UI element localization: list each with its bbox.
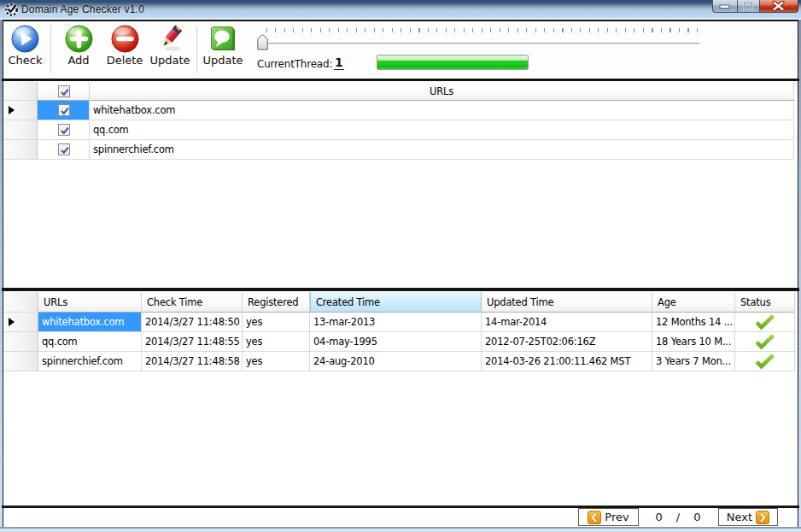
next-button[interactable]: Next <box>718 508 778 526</box>
lower-grid-cell-check-time[interactable]: 2014/3/27 11:48:55 <box>142 332 243 352</box>
lower-grid-cell-updated-time[interactable]: 14-mar-2014 <box>482 313 652 332</box>
progress-bar <box>377 55 529 70</box>
delete-button-label: Delete <box>102 54 148 67</box>
lower-grid-row-header[interactable] <box>3 352 38 371</box>
upper-grid-url-cell[interactable]: whitehatbox.com <box>90 101 794 120</box>
window-frame-left <box>0 20 3 527</box>
maximize-button[interactable] <box>738 0 760 13</box>
progress-bar-fill <box>377 56 528 69</box>
app-logo-icon <box>4 3 19 17</box>
lower-grid-row-header[interactable] <box>3 332 38 352</box>
add-button[interactable]: Add <box>56 23 101 76</box>
lower-grid-cell-age[interactable]: 12 Months 14 ... <box>652 313 735 332</box>
slider-thumb[interactable] <box>257 34 268 50</box>
status-check-icon <box>754 314 776 330</box>
upper-grid-row-header[interactable] <box>3 140 38 160</box>
close-button[interactable] <box>760 0 798 13</box>
add-plus-icon <box>65 25 93 53</box>
window-frame-bottom <box>0 527 801 532</box>
upper-grid-corner-header <box>3 82 38 101</box>
upper-grid-row-checkbox[interactable] <box>58 124 70 136</box>
lower-grid-corner-header <box>3 292 38 313</box>
lower-grid-header-created-time[interactable]: Created Time <box>310 292 482 313</box>
window-controls <box>712 0 798 13</box>
lower-grid-cell-created-time[interactable]: 04-may-1995 <box>310 332 482 352</box>
lower-grid-cell-registered[interactable]: yes <box>243 352 310 371</box>
lower-grid-cell-check-time[interactable]: 2014/3/27 11:48:58 <box>142 352 243 371</box>
update-pencil-icon <box>156 25 184 53</box>
section-divider <box>2 288 799 291</box>
titlebar: Domain Age Checker v1.0 <box>0 0 801 20</box>
update-chat-icon <box>208 25 237 53</box>
lower-grid-cell-age[interactable]: 3 Years 7 Mon... <box>652 352 735 371</box>
update-button-label: Update <box>148 54 192 67</box>
update-button[interactable]: Update <box>148 23 192 76</box>
next-button-label: Next <box>727 511 752 523</box>
update2-button-label: Update <box>201 54 245 67</box>
slider-track[interactable] <box>257 43 699 44</box>
toolbar-separator <box>196 26 197 73</box>
lower-grid-cell-url[interactable]: qq.com <box>38 332 142 352</box>
prev-button[interactable]: Prev <box>578 508 639 526</box>
lower-grid-header-urls[interactable]: URLs <box>38 292 142 313</box>
upper-grid-header-checkbox[interactable] <box>58 85 70 97</box>
lower-grid-cell-created-time[interactable]: 24-aug-2010 <box>310 352 482 371</box>
current-thread-value: 1 <box>334 56 344 70</box>
page-current: 0 <box>656 511 663 523</box>
status-check-icon <box>754 354 776 370</box>
lower-grid-cell-check-time[interactable]: 2014/3/27 11:48:50 <box>142 313 243 332</box>
lower-grid-cell-created-time[interactable]: 13-mar-2013 <box>310 313 482 332</box>
page-separator: / <box>676 511 680 523</box>
lower-grid-header-status[interactable]: Status <box>735 292 795 313</box>
check-button[interactable]: Check <box>3 23 48 76</box>
lower-grid-cell-status[interactable] <box>735 332 795 352</box>
status-check-icon <box>754 334 776 350</box>
lower-grid-cell-status[interactable] <box>735 313 795 332</box>
check-play-icon <box>11 25 39 53</box>
lower-grid-header-age[interactable]: Age <box>652 292 735 313</box>
current-row-arrow-icon <box>9 106 15 114</box>
lower-grid-cell-age[interactable]: 18 Years 10 M... <box>652 332 735 352</box>
slider-tick-marks <box>266 28 699 32</box>
check-button-label: Check <box>3 54 48 67</box>
upper-grid-url-cell[interactable]: qq.com <box>90 120 794 140</box>
next-arrow-icon <box>756 511 769 524</box>
delete-minus-icon <box>111 25 139 53</box>
upper-grid-url-cell[interactable]: spinnerchief.com <box>90 140 794 160</box>
window-title: Domain Age Checker v1.0 <box>21 3 144 15</box>
lower-grid-cell-url[interactable]: whitehatbox.com <box>38 313 142 332</box>
lower-grid-header-check-time[interactable]: Check Time <box>142 292 243 313</box>
page-counter: 0/0 <box>640 511 716 523</box>
lower-grid-cell-updated-time[interactable]: 2014-03-26 21:00:11.462 MST <box>482 352 652 371</box>
lower-grid-cell-registered[interactable]: yes <box>243 332 310 352</box>
update2-button[interactable]: Update <box>201 23 245 76</box>
lower-grid-cell-registered[interactable]: yes <box>243 313 310 332</box>
upper-grid-row-checkbox[interactable] <box>58 143 70 155</box>
upper-grid-row-checkbox[interactable] <box>58 104 70 116</box>
current-thread-label: CurrentThread: <box>257 58 332 70</box>
section-divider <box>2 79 799 81</box>
delete-button[interactable]: Delete <box>102 23 148 76</box>
page-total: 0 <box>693 511 700 523</box>
prev-arrow-icon <box>588 511 601 524</box>
app-window: Domain Age Checker v1.0 <box>0 0 801 532</box>
upper-grid-urls-column-header[interactable]: URLs <box>90 82 794 101</box>
upper-grid-row-header[interactable] <box>3 120 38 140</box>
lower-grid-header-updated-time[interactable]: Updated Time <box>482 292 652 313</box>
toolbar-separator <box>50 26 51 73</box>
lower-grid-cell-status[interactable] <box>735 352 795 371</box>
add-button-label: Add <box>56 54 101 67</box>
lower-grid-header-registered[interactable]: Registered <box>243 292 310 313</box>
current-row-arrow-icon <box>9 318 15 326</box>
prev-button-label: Prev <box>605 511 629 523</box>
lower-grid-cell-updated-time[interactable]: 2012-07-25T02:06:16Z <box>482 332 652 352</box>
minimize-button[interactable] <box>712 0 738 13</box>
lower-grid-cell-url[interactable]: spinnerchief.com <box>38 352 142 371</box>
